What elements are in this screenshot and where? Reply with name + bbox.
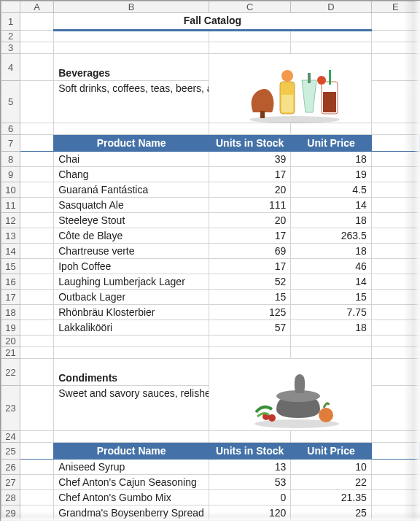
price[interactable]: 7.75 [291, 305, 371, 320]
price[interactable]: 46 [291, 259, 371, 274]
cell[interactable] [54, 42, 209, 54]
units[interactable]: 120 [209, 505, 290, 521]
row-header[interactable]: 11 [1, 198, 20, 213]
col-price[interactable]: Unit Price [291, 443, 371, 460]
units[interactable]: 0 [209, 490, 290, 505]
product-name[interactable]: Sasquatch Ale [54, 198, 209, 213]
cell[interactable] [20, 460, 54, 475]
row-header[interactable]: 29 [1, 505, 20, 521]
units[interactable]: 39 [209, 152, 290, 167]
cell[interactable] [371, 320, 419, 336]
units[interactable]: 52 [209, 274, 290, 290]
col-product[interactable]: Product Name [54, 135, 209, 152]
cell[interactable] [20, 13, 54, 31]
cell[interactable] [371, 505, 419, 521]
price[interactable]: 15 [291, 290, 371, 305]
cell[interactable] [20, 320, 54, 336]
cell[interactable] [20, 135, 54, 152]
cell[interactable] [291, 347, 371, 359]
cell[interactable] [371, 274, 419, 290]
row-header[interactable]: 7 [1, 135, 20, 152]
cell[interactable] [20, 259, 54, 274]
cell[interactable] [20, 274, 54, 290]
cell[interactable] [209, 359, 371, 431]
cell[interactable] [371, 305, 419, 320]
cell[interactable] [291, 336, 371, 347]
cell[interactable] [20, 386, 54, 431]
col-header-e[interactable]: E [371, 1, 419, 13]
row-header[interactable]: 3 [1, 42, 20, 54]
cell[interactable] [209, 336, 290, 347]
row-header[interactable]: 19 [1, 320, 20, 336]
row-header[interactable]: 17 [1, 290, 20, 305]
category-desc[interactable]: Soft drinks, coffees, teas, beers, and a… [54, 81, 209, 123]
row-header[interactable]: 15 [1, 259, 20, 274]
row-header[interactable]: 6 [1, 123, 20, 135]
cell[interactable] [371, 81, 419, 123]
cell[interactable] [371, 336, 419, 347]
product-name[interactable]: Côte de Blaye [54, 228, 209, 244]
cell[interactable] [20, 31, 54, 42]
product-name[interactable]: Rhönbräu Klosterbier [54, 305, 209, 320]
page-title[interactable]: Fall Catalog [54, 13, 372, 31]
select-all-corner[interactable] [1, 1, 20, 13]
price[interactable]: 25 [291, 505, 371, 521]
cell[interactable] [20, 336, 54, 347]
product-name[interactable]: Chef Anton's Gumbo Mix [54, 490, 209, 505]
cell[interactable] [209, 123, 290, 135]
row-header[interactable]: 27 [1, 475, 20, 490]
row-header[interactable]: 8 [1, 152, 20, 167]
cell[interactable] [209, 31, 290, 42]
cell[interactable] [371, 460, 419, 475]
cell[interactable] [20, 228, 54, 244]
cell[interactable] [371, 13, 419, 31]
cell[interactable] [371, 167, 419, 182]
price[interactable]: 18 [291, 244, 371, 259]
cell[interactable] [20, 431, 54, 443]
cell[interactable] [371, 290, 419, 305]
row-header[interactable]: 13 [1, 228, 20, 244]
product-name[interactable]: Steeleye Stout [54, 213, 209, 228]
price[interactable]: 263.5 [291, 228, 371, 244]
cell[interactable] [20, 244, 54, 259]
cell[interactable] [20, 443, 54, 460]
row-header[interactable]: 16 [1, 274, 20, 290]
product-name[interactable]: Chai [54, 152, 209, 167]
cell[interactable] [20, 198, 54, 213]
cell[interactable] [371, 42, 419, 54]
row-header[interactable]: 5 [1, 81, 20, 123]
category-desc[interactable]: Sweet and savory sauces, relishes, sprea… [54, 386, 209, 431]
product-name[interactable]: Outback Lager [54, 290, 209, 305]
units[interactable]: 125 [209, 305, 290, 320]
col-product[interactable]: Product Name [54, 443, 209, 460]
product-name[interactable]: Ipoh Coffee [54, 259, 209, 274]
cell[interactable] [371, 31, 419, 42]
cell[interactable] [54, 431, 209, 443]
product-name[interactable]: Guaraná Fantástica [54, 182, 209, 198]
cell[interactable] [20, 475, 54, 490]
cell[interactable] [20, 347, 54, 359]
cell[interactable] [54, 123, 209, 135]
col-units[interactable]: Units in Stock [209, 135, 290, 152]
price[interactable]: 19 [291, 167, 371, 182]
cell[interactable] [291, 42, 371, 54]
row-header[interactable]: 26 [1, 460, 20, 475]
cell[interactable] [54, 336, 209, 347]
cell[interactable] [371, 244, 419, 259]
units[interactable]: 20 [209, 182, 290, 198]
units[interactable]: 13 [209, 460, 290, 475]
cell[interactable] [371, 213, 419, 228]
units[interactable]: 53 [209, 475, 290, 490]
price[interactable]: 10 [291, 460, 371, 475]
cell[interactable] [291, 123, 371, 135]
category-name[interactable]: Beverages [54, 54, 209, 81]
units[interactable]: 111 [209, 198, 290, 213]
product-name[interactable]: Chang [54, 167, 209, 182]
row-header[interactable]: 25 [1, 443, 20, 460]
cell[interactable] [20, 123, 54, 135]
row-header[interactable]: 2 [1, 31, 20, 42]
cell[interactable] [209, 431, 290, 443]
units[interactable]: 69 [209, 244, 290, 259]
units[interactable]: 57 [209, 320, 290, 336]
product-name[interactable]: Chartreuse verte [54, 244, 209, 259]
